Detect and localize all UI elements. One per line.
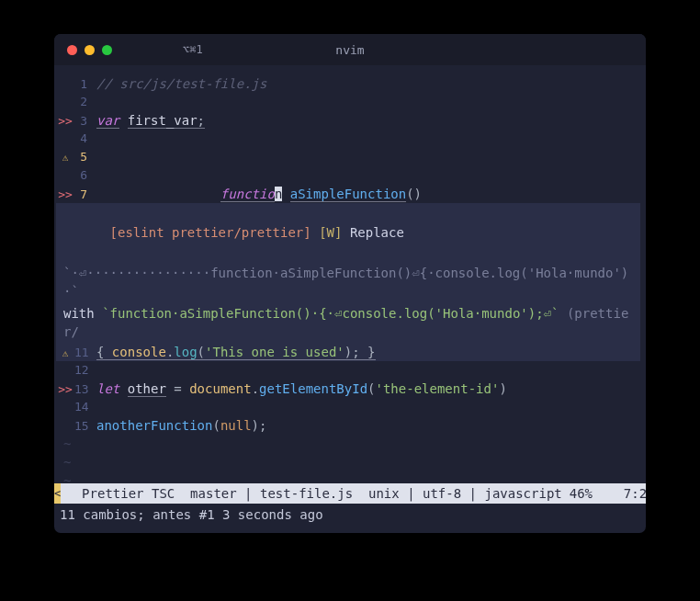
mode-indicator: < (54, 483, 61, 504)
status-position: 7:24 (624, 486, 646, 501)
sign-error-icon: >> (56, 112, 74, 130)
status-encoding: utf-8 (423, 486, 461, 501)
status-filename: test-file.js (260, 486, 353, 501)
statusline: < Prettier TSC master | test-file.js uni… (54, 483, 646, 504)
code-line: ⚠ 11 { console.log('This one is used'); … (56, 343, 640, 361)
code-line: >> 13 let other = document.getElementByI… (56, 380, 640, 398)
line-number: 1 (74, 75, 96, 94)
status-percent: 46% (570, 486, 593, 501)
status-branch: master (190, 486, 237, 501)
comment[interactable]: // src/js/test-file.js (96, 74, 640, 93)
code-line: 4 (56, 130, 640, 148)
sign-error-icon: >> (56, 380, 74, 399)
code-line: 1 // src/js/test-file.js (56, 74, 640, 93)
code-line: >> 3 var first_var; (56, 111, 640, 130)
code-line: 15 anotherFunction(null); (56, 416, 640, 435)
status-filetype: javascript (484, 486, 561, 501)
diagnostic-popup: with `function·aSimpleFunction()·{·⏎cons… (56, 302, 640, 343)
code-line: ⚠ 5 (56, 148, 640, 166)
status-fileformat: unix (368, 486, 400, 501)
diagnostic-popup: [eslint prettier/prettier] [W] Replace (56, 203, 640, 262)
diagnostic-popup: `·⏎················function·aSimpleFunct… (56, 262, 640, 302)
status-linters: Prettier TSC (82, 486, 175, 501)
code-line: 12 (56, 361, 640, 380)
sign-warn-icon: ⚠ (56, 345, 74, 363)
titlebar[interactable]: ⌥⌘1 nvim (54, 34, 646, 65)
sign-warn-icon: ⚠ (56, 149, 74, 167)
code-line: 6 (56, 166, 640, 185)
window-title: nvim (54, 43, 646, 57)
command-message: 11 cambios; antes #1 3 seconds ago (54, 505, 646, 524)
code-line: >> 7 function aSimpleFunction() (56, 185, 640, 203)
sign-error-icon: >> (56, 186, 74, 204)
code-line: 14 (56, 398, 640, 416)
editor-viewport[interactable]: 1 // src/js/test-file.js 2 >> 3 var firs… (54, 71, 646, 478)
terminal-window: ⌥⌘1 nvim 1 // src/js/test-file.js 2 >> 3… (54, 34, 646, 533)
code-line: 2 (56, 93, 640, 111)
